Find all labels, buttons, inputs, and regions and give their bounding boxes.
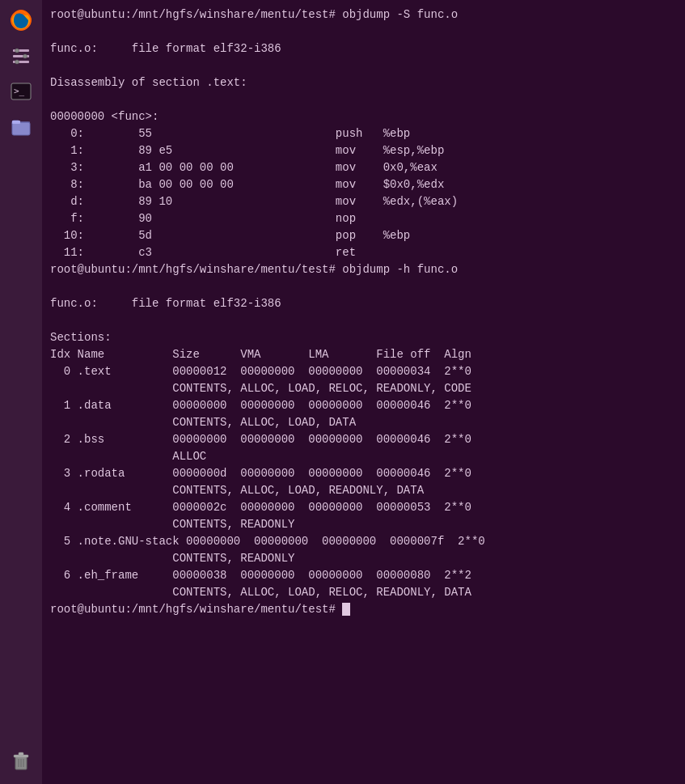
- terminal-icon[interactable]: >_: [4, 74, 38, 108]
- svg-point-6: [15, 60, 19, 64]
- firefox-icon[interactable]: [4, 3, 38, 37]
- svg-rect-13: [19, 752, 23, 756]
- terminal-output[interactable]: root@ubuntu:/mnt/hgfs/winshare/mentu/tes…: [42, 0, 685, 784]
- cursor: [342, 603, 350, 616]
- svg-point-5: [23, 54, 27, 58]
- svg-text:>_: >_: [14, 86, 25, 96]
- svg-rect-9: [12, 122, 30, 135]
- tools-icon[interactable]: [4, 39, 38, 73]
- svg-point-4: [15, 49, 19, 53]
- trash-icon[interactable]: [4, 744, 38, 778]
- files-icon[interactable]: [4, 110, 38, 144]
- svg-rect-10: [12, 121, 20, 124]
- sidebar: >_: [0, 0, 42, 784]
